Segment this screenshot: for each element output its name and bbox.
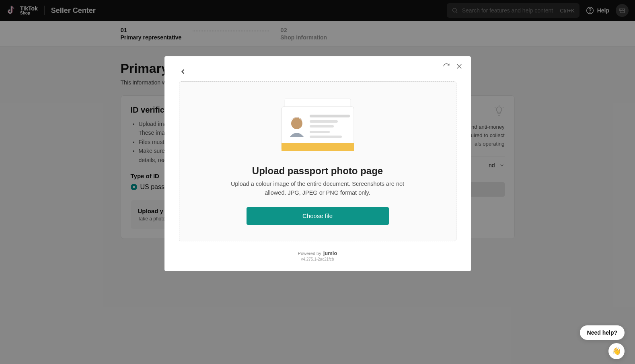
powered-by: Powered by jumio <box>179 250 456 256</box>
need-help-close[interactable]: × <box>623 324 626 330</box>
need-help-label: Need help? <box>587 329 617 336</box>
wave-icon: 👋 <box>612 347 621 356</box>
upload-modal: Upload passport photo page Upload a colo… <box>164 56 471 271</box>
close-icon <box>456 63 463 70</box>
version-text: v4.275.1-2ac21fcb <box>179 257 456 261</box>
modal-overlay: Upload passport photo page Upload a colo… <box>0 0 635 364</box>
svg-rect-14 <box>310 120 338 123</box>
svg-rect-11 <box>282 143 354 151</box>
powered-brand: jumio <box>323 250 337 256</box>
refresh-icon <box>443 63 450 70</box>
choose-file-button[interactable]: Choose file <box>247 207 389 225</box>
upload-dropzone: Upload passport photo page Upload a colo… <box>179 81 456 241</box>
modal-title: Upload passport photo page <box>195 165 440 177</box>
refresh-button[interactable] <box>443 63 450 72</box>
powered-prefix: Powered by <box>298 251 321 256</box>
modal-description: Upload a colour image of the entire docu… <box>225 180 410 197</box>
chevron-left-icon <box>179 68 187 76</box>
svg-rect-16 <box>310 131 330 133</box>
need-help-bubble[interactable]: Need help? × <box>580 325 625 340</box>
svg-point-12 <box>291 118 302 129</box>
svg-rect-15 <box>310 125 334 128</box>
id-card-illustration <box>277 95 358 156</box>
svg-rect-13 <box>310 115 350 117</box>
close-button[interactable] <box>456 63 463 72</box>
back-button[interactable] <box>179 67 187 78</box>
chat-launcher-button[interactable]: 👋 <box>608 343 625 359</box>
svg-rect-17 <box>310 136 342 138</box>
